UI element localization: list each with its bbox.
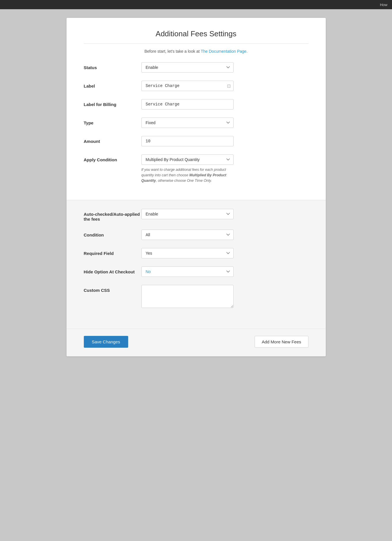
type-row: Type Fixed Percentage	[84, 118, 308, 128]
documentation-link[interactable]: The Documentation Page.	[201, 49, 248, 54]
custom-css-label: Custom CSS	[84, 285, 141, 293]
apply-condition-row: Apply Condition Multiplied By Product Qu…	[84, 154, 308, 183]
label-billing-input[interactable]	[141, 99, 234, 109]
auto-checked-select[interactable]: Enable Disable	[141, 209, 234, 219]
custom-css-field	[141, 285, 234, 309]
add-more-fees-button[interactable]: Add More New Fees	[255, 336, 308, 348]
auto-checked-label: Auto-checked/Auto-applied the fees	[84, 209, 141, 222]
status-label: Status	[84, 62, 141, 70]
label-input-wrapper: ⊡	[141, 81, 234, 91]
settings-card: Additional Fees Settings Before start, l…	[67, 18, 326, 356]
label-field: ⊡	[141, 81, 234, 91]
auto-checked-field: Enable Disable	[141, 209, 234, 219]
hide-option-row: Hide Option At Checkout No Yes	[84, 266, 308, 277]
condition-select[interactable]: All	[141, 230, 234, 240]
top-bar: How	[0, 0, 392, 9]
custom-css-textarea[interactable]	[141, 285, 234, 308]
custom-css-row: Custom CSS	[84, 285, 308, 309]
hide-option-field: No Yes	[141, 266, 234, 277]
auto-checked-row: Auto-checked/Auto-applied the fees Enabl…	[84, 209, 308, 222]
label-billing-label: Label for Billing	[84, 99, 141, 107]
top-bar-text: How	[380, 3, 387, 7]
required-field-field: Yes No	[141, 248, 234, 258]
amount-label: Amount	[84, 136, 141, 144]
condition-field: All	[141, 230, 234, 240]
label-input[interactable]	[141, 81, 234, 91]
condition-row: Condition All	[84, 230, 308, 240]
type-select[interactable]: Fixed Percentage	[141, 118, 234, 128]
footer-actions: Save Changes Add More New Fees	[67, 329, 326, 356]
apply-condition-label: Apply Condition	[84, 154, 141, 162]
required-field-row: Required Field Yes No	[84, 248, 308, 258]
amount-row: Amount	[84, 136, 308, 146]
label-billing-row: Label for Billing	[84, 99, 308, 109]
label-label: Label	[84, 81, 141, 88]
hide-option-select[interactable]: No Yes	[141, 266, 234, 277]
title-divider	[84, 43, 308, 44]
status-field: Enable Disable	[141, 62, 234, 73]
status-row: Status Enable Disable	[84, 62, 308, 73]
subtitle-prefix: Before start, let's take a look at	[144, 49, 200, 54]
apply-condition-field: Multiplied By Product Quantity One Time …	[141, 154, 234, 183]
label-icon: ⊡	[227, 83, 231, 89]
required-field-label: Required Field	[84, 248, 141, 256]
type-label: Type	[84, 118, 141, 125]
save-changes-button[interactable]: Save Changes	[84, 336, 128, 348]
card-top-section: Additional Fees Settings Before start, l…	[67, 18, 326, 200]
status-select[interactable]: Enable Disable	[141, 62, 234, 73]
condition-label: Condition	[84, 230, 141, 237]
subtitle: Before start, let's take a look at The D…	[84, 49, 308, 54]
apply-condition-select[interactable]: Multiplied By Product Quantity One Time …	[141, 154, 234, 165]
card-bottom-section: Auto-checked/Auto-applied the fees Enabl…	[67, 200, 326, 329]
page-wrapper: Additional Fees Settings Before start, l…	[0, 9, 392, 365]
label-row: Label ⊡	[84, 81, 308, 91]
label-billing-field	[141, 99, 234, 109]
type-field: Fixed Percentage	[141, 118, 234, 128]
amount-field	[141, 136, 234, 146]
page-title: Additional Fees Settings	[84, 29, 308, 38]
amount-input[interactable]	[141, 136, 234, 146]
required-field-select[interactable]: Yes No	[141, 248, 234, 258]
hide-option-label: Hide Option At Checkout	[84, 266, 141, 274]
apply-condition-hint: If you want to charge additional fees fo…	[141, 167, 234, 183]
